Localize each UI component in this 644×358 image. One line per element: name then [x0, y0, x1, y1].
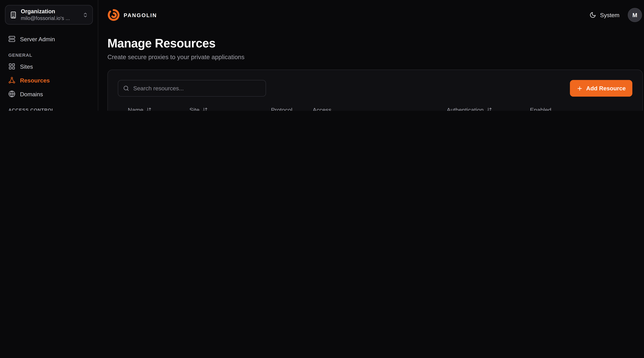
main-area: PANGOLIN System M Manage Resources Creat…: [98, 0, 644, 111]
brand-name: PANGOLIN: [124, 12, 157, 18]
sidebar-item-label: Resources: [20, 77, 50, 84]
column-header-site: Site: [190, 106, 271, 111]
sort-icon[interactable]: [486, 107, 492, 111]
sites-icon: [8, 63, 16, 70]
page-header: Manage Resources Create secure proxies t…: [98, 30, 644, 61]
resources-card: Add Resource Name Site: [108, 70, 643, 111]
search-box: [118, 80, 266, 97]
search-icon: [123, 85, 130, 92]
sidebar-item-domains[interactable]: Domains: [5, 87, 93, 101]
avatar[interactable]: M: [628, 8, 642, 22]
sort-icon[interactable]: [202, 107, 208, 111]
column-header-protocol: Protocol: [271, 106, 312, 111]
add-resource-button[interactable]: Add Resource: [570, 80, 632, 97]
globe-icon: [8, 90, 16, 97]
theme-toggle-button[interactable]: System: [590, 12, 620, 18]
column-header-enabled: Enabled: [530, 106, 576, 111]
building-icon: [10, 11, 17, 19]
org-selector[interactable]: Organization milo@fossorial.io's ...: [5, 5, 93, 25]
page-title: Manage Resources: [108, 37, 643, 50]
sidebar-item-label: Domains: [20, 91, 43, 97]
column-header-name: Name: [128, 106, 189, 111]
server-icon: [8, 36, 16, 43]
search-input[interactable]: [118, 80, 266, 97]
org-selector-title: Organization: [21, 8, 79, 15]
column-header-access: Access: [312, 106, 447, 111]
sidebar-nav: Server Admin GENERAL Sites Resources Do: [5, 32, 93, 111]
section-label-access-control: ACCESS CONTROL: [8, 108, 90, 111]
chevrons-up-down-icon: [82, 12, 88, 18]
sidebar-item-label: Sites: [20, 63, 33, 70]
topbar: PANGOLIN System M: [98, 0, 644, 30]
page-subtitle: Create secure proxies to your private ap…: [108, 53, 643, 61]
org-selector-value: milo@fossorial.io's ...: [21, 16, 79, 21]
sidebar-item-server-admin[interactable]: Server Admin: [5, 32, 93, 46]
sidebar-item-sites[interactable]: Sites: [5, 60, 93, 73]
section-label-general: GENERAL: [8, 53, 90, 58]
sidebar-item-label: Server Admin: [20, 36, 55, 42]
plus-icon: [577, 85, 583, 91]
waypoints-icon: [8, 77, 16, 84]
sidebar: Organization milo@fossorial.io's ... Ser…: [0, 0, 98, 111]
theme-label: System: [600, 12, 620, 18]
sidebar-item-resources[interactable]: Resources: [5, 73, 93, 87]
resources-table: Name Site Protocol: [118, 101, 632, 111]
pangolin-logo-icon: [108, 9, 120, 21]
column-header-authentication: Authentication: [447, 106, 530, 111]
table-header-row: Name Site Protocol: [118, 101, 632, 111]
brand: PANGOLIN: [108, 9, 157, 21]
sort-icon[interactable]: [146, 107, 152, 111]
moon-icon: [590, 12, 596, 18]
app-root: Organization milo@fossorial.io's ... Ser…: [0, 0, 644, 111]
